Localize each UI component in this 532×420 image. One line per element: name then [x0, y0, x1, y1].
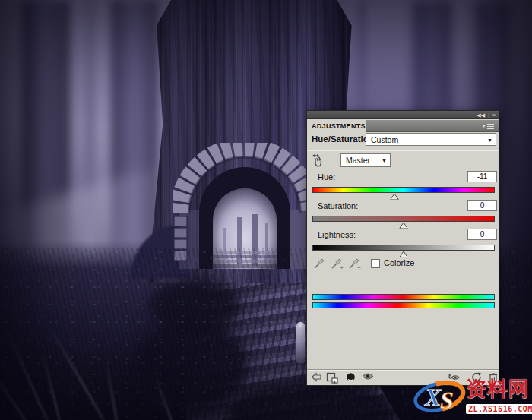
adjustments-panel: ◀◀ | × ADJUSTMENTS ▾ Hue/Saturation Cust…	[306, 110, 499, 386]
eyedropper-icon[interactable]	[313, 257, 325, 270]
divider	[307, 369, 499, 371]
tab-adjustments[interactable]: ADJUSTMENTS	[307, 120, 366, 132]
preset-dropdown[interactable]: Custom ▼	[366, 133, 496, 146]
add-to-sample-eyedropper-icon[interactable]: +	[331, 257, 343, 270]
clip-to-layer-button[interactable]	[326, 372, 338, 384]
tiny-figure	[296, 322, 305, 363]
titlebar-divider: |	[488, 112, 489, 118]
tab-label: ADJUSTMENTS	[312, 122, 366, 130]
chevron-down-icon: ▼	[382, 158, 387, 163]
hue-label: Hue:	[318, 172, 335, 182]
menu-arrow-icon: ▾	[483, 123, 486, 129]
chevron-down-icon: ▼	[487, 137, 492, 142]
hue-slider-thumb[interactable]	[391, 194, 399, 200]
collapse-panel-icon[interactable]: ◀◀	[477, 112, 485, 118]
channel-dropdown[interactable]: Master ▼	[340, 153, 391, 167]
panel-titlebar: ◀◀ | ×	[307, 111, 499, 119]
saturation-slider-thumb[interactable]	[400, 223, 408, 229]
saturation-slider-track[interactable]	[312, 216, 495, 222]
lightness-slider-thumb[interactable]	[400, 251, 408, 257]
lightness-slider-track[interactable]	[312, 245, 495, 251]
saturation-value-input[interactable]	[467, 200, 497, 211]
spectrum-ramp-adjusted	[312, 302, 495, 308]
adjustment-title: Hue/Saturation	[312, 134, 374, 144]
hue-value-input[interactable]	[467, 171, 497, 182]
plus-sign: +	[340, 265, 344, 271]
colorize-checkbox[interactable]	[371, 259, 380, 268]
logo-letter-s: S	[440, 387, 454, 414]
spectrum-ramp-original	[312, 294, 495, 300]
toggle-visibility-eye-icon[interactable]	[362, 372, 374, 384]
lightness-label: Lightness:	[318, 230, 356, 239]
logo-letter-x: X	[424, 384, 442, 411]
minus-sign: −	[357, 265, 361, 271]
return-to-adjustment-list-button[interactable]	[311, 372, 323, 384]
preset-value: Custom	[371, 135, 398, 144]
saturation-label: Saturation:	[318, 201, 358, 210]
layer-visibility-circle-icon[interactable]	[346, 372, 358, 384]
hue-slider-track[interactable]	[312, 187, 495, 193]
watermark-site-url: ZL.XS1616.COM	[466, 404, 532, 414]
watermark-site-name: 资料网	[466, 375, 530, 403]
xs-logo: X S	[411, 375, 467, 418]
panel-menu-button[interactable]: ▾	[483, 122, 496, 130]
panel-tab-strip: ADJUSTMENTS ▾	[307, 120, 499, 132]
close-panel-icon[interactable]: ×	[492, 112, 496, 118]
subtract-from-sample-eyedropper-icon[interactable]: −	[348, 257, 360, 270]
lightness-value-input[interactable]	[467, 229, 497, 240]
colorize-label: Colorize	[384, 258, 414, 267]
site-watermark: X S 资料网 ZL.XS1616.COM	[411, 374, 531, 419]
menu-lines-icon	[487, 124, 494, 129]
eyedropper-group: + −	[313, 257, 360, 270]
channel-value: Master	[346, 156, 370, 165]
screenshot-root: ◀◀ | × ADJUSTMENTS ▾ Hue/Saturation Cust…	[0, 0, 532, 420]
targeted-adjustment-tool-icon[interactable]	[311, 153, 327, 168]
divider	[307, 150, 499, 151]
